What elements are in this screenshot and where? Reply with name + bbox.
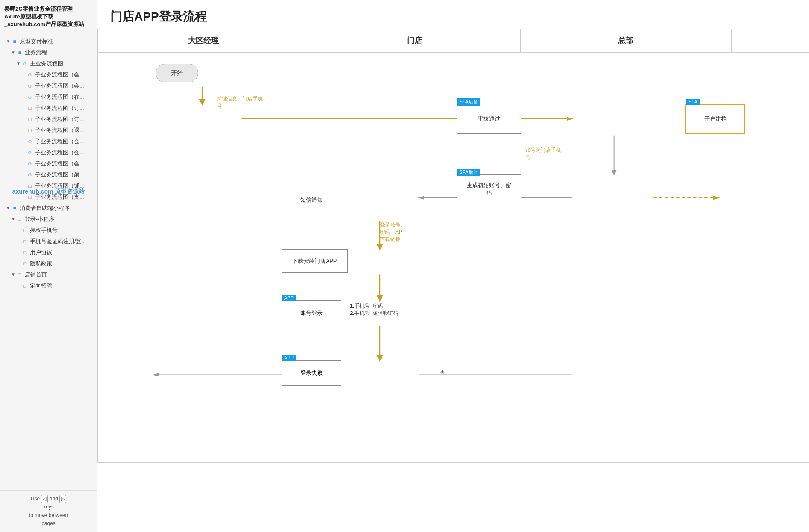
sidebar-item-s8[interactable]: □子业务流程图（订... <box>0 114 97 125</box>
sidebar-item-s3[interactable]: ▼☺主业务流程图 <box>0 58 97 69</box>
tree-icon-person: ☺ <box>21 60 28 67</box>
tree-item-label: 子业务流程图（铺... <box>35 182 84 190</box>
sidebar-item-s21[interactable]: □隐私政策 <box>0 258 97 269</box>
sidebar-item-s12[interactable]: ☺子业务流程图（会... <box>0 158 97 169</box>
sidebar-item-s2[interactable]: ▼■业务流程 <box>0 47 97 58</box>
col-header-daqujingli: 大区经理 <box>98 29 309 52</box>
sidebar-item-s23[interactable]: □定向招聘 <box>0 280 97 291</box>
tree-item-label: 子业务流程图（订... <box>35 115 84 123</box>
label-denglu-info: 登录账号、 密码、APP 下载链接 <box>380 221 406 243</box>
sidebar-item-s11[interactable]: ☺子业务流程图（会... <box>0 147 97 158</box>
sfa-tag-3: SFA后台 <box>457 169 480 176</box>
label-denglu-fangshi: 1.手机号+密码 2.手机号+短信验证码 <box>350 303 398 317</box>
tree-arrow: ▼ <box>11 271 16 278</box>
tree-arrow: ▼ <box>11 216 16 223</box>
sidebar-item-s6[interactable]: ☺子业务流程图（在... <box>0 91 97 103</box>
swimlane-body: 开始 SFA 开户建档 SFA后台 审核通过 SFA后台 审核通过 生成初始账号… <box>97 53 809 463</box>
swimlane-header: 大区经理 门店 总部 <box>97 29 809 53</box>
tree-item-label: 店铺首页 <box>25 270 47 279</box>
tree-item-label: 子业务流程图（会... <box>35 82 84 90</box>
sidebar-item-s16[interactable]: ▼■消费者自助端小程序 <box>0 203 97 214</box>
tree-item-label: 消费者自助端小程序 <box>20 204 70 212</box>
tree-item-label: 原型交付标准 <box>20 37 53 46</box>
tree-icon-page: □ <box>16 271 23 278</box>
main-area: 门店APP登录流程 大区经理 门店 总部 <box>97 0 809 532</box>
swimlane-wrapper: 大区经理 门店 总部 <box>97 29 809 463</box>
sidebar-item-s9[interactable]: □子业务流程图（退... <box>0 125 97 136</box>
tree-icon-person: ☺ <box>26 82 33 89</box>
sidebar-item-s1[interactable]: ▼■原型交付标准 <box>0 36 97 47</box>
diagram-container[interactable]: 大区经理 门店 总部 <box>97 29 809 532</box>
col-extra <box>559 53 636 462</box>
tree-icon-page: □ <box>26 194 33 200</box>
sidebar-item-s20[interactable]: □用户协议 <box>0 247 97 258</box>
tree-icon-page: □ <box>21 238 28 245</box>
app-tag-2: APP <box>282 355 296 361</box>
tree-item-label: 子业务流程图（在... <box>35 93 84 101</box>
tree-icon-page: □ <box>26 105 33 112</box>
node-xiazai: 下载安装门店APP <box>282 249 348 273</box>
sidebar-header: 泰啤2C零售业务全流程管理 Axure原型模板下载 _axurehub.com产… <box>0 0 97 34</box>
tree-icon-page: □ <box>21 227 28 234</box>
tree-icon-page: □ <box>26 182 33 189</box>
and-label: and <box>50 496 58 502</box>
sidebar-item-s19[interactable]: □手机号验证码注册/登... <box>0 236 97 247</box>
prev-key[interactable]: ◁ <box>41 495 48 503</box>
label-fou: 否 <box>440 369 445 376</box>
node-zhanghao: APP 账号登录 <box>282 300 341 326</box>
tree-arrow: ▼ <box>6 205 11 212</box>
tree-item-label: 子业务流程图（渠... <box>35 170 84 179</box>
tree-item-label: 子业务流程图（订... <box>35 104 84 112</box>
col-header-extra <box>732 29 809 52</box>
sidebar-item-s10[interactable]: ☺子业务流程图（会... <box>0 136 97 147</box>
node-duanxin: 短信通知 <box>282 185 341 215</box>
tree-icon-page: □ <box>26 127 33 134</box>
sidebar-item-s7[interactable]: □子业务流程图（订... <box>0 103 97 114</box>
tree-icon-page: □ <box>21 260 28 267</box>
sidebar-item-s5[interactable]: ☺子业务流程图（会... <box>0 80 97 91</box>
node-start: 开始 <box>156 64 198 82</box>
tree-icon-folder: ■ <box>16 49 23 56</box>
tree-item-label: 子业务流程图（支... <box>35 193 84 201</box>
node-kaihujian: SFA 开户建档 <box>685 104 745 134</box>
sidebar-item-s14[interactable]: □子业务流程图（铺... <box>0 180 97 191</box>
tree-icon-page: □ <box>21 282 28 289</box>
sidebar-tree[interactable]: ▼■原型交付标准▼■业务流程▼☺主业务流程图 ☺子业务流程图（会... ☺子业务… <box>0 34 97 490</box>
label-zhanghao-wei: 账号为门店手机 号 <box>525 147 561 161</box>
tree-arrow: ▼ <box>6 38 11 45</box>
tree-icon-page: □ <box>16 216 23 223</box>
tree-item-label: 主业务流程图 <box>30 59 63 68</box>
sidebar-item-s15[interactable]: □子业务流程图（支... <box>0 191 97 203</box>
next-key[interactable]: ▷ <box>59 495 66 503</box>
sidebar-item-s17[interactable]: ▼□登录-小程序 <box>0 214 97 225</box>
sidebar-item-s13[interactable]: ☺子业务流程图（渠... <box>0 169 97 180</box>
tree-icon-person: ☺ <box>26 149 33 156</box>
tree-icon-folder: ■ <box>11 205 18 212</box>
shengcheng-label: 生成初始账号、密码 <box>467 182 511 197</box>
tree-item-label: 登录-小程序 <box>25 215 54 223</box>
tree-item-label: 子业务流程图（会... <box>35 71 84 79</box>
page-title: 门店APP登录流程 <box>97 0 809 29</box>
tree-item-label: 隐私政策 <box>30 259 52 268</box>
tree-icon-person: ☺ <box>26 160 33 167</box>
sidebar-item-s22[interactable]: ▼□店铺首页 <box>0 269 97 280</box>
tree-icon-page: □ <box>26 116 33 123</box>
col-daqujingli <box>98 53 243 462</box>
tree-item-label: 子业务流程图（会... <box>35 137 84 146</box>
tree-icon-folder: ■ <box>11 38 18 45</box>
tree-icon-person: ☺ <box>26 94 33 100</box>
tree-item-label: 业务流程 <box>25 48 47 57</box>
tree-arrow: ▼ <box>16 60 21 67</box>
node-shengcheng: SFA后台 审核通过 生成初始账号、密码 <box>457 174 521 204</box>
tree-icon-person: ☺ <box>26 71 33 78</box>
sfa-tag-2: SFA后台 <box>457 98 480 106</box>
sfa-tag-1: SFA <box>686 99 700 105</box>
tree-icon-page: □ <box>21 249 28 256</box>
sidebar-item-s4[interactable]: ☺子业务流程图（会... <box>0 69 97 80</box>
sidebar-item-s18[interactable]: □授权手机号 <box>0 225 97 236</box>
tree-item-label: 子业务流程图（会... <box>35 159 84 168</box>
node-shenhe: SFA后台 审核通过 <box>457 104 521 134</box>
label-guanjian: 关键信息：门店手机 号 <box>217 95 263 110</box>
use-label: Use <box>31 496 40 502</box>
tree-item-label: 子业务流程图（退... <box>35 126 84 135</box>
